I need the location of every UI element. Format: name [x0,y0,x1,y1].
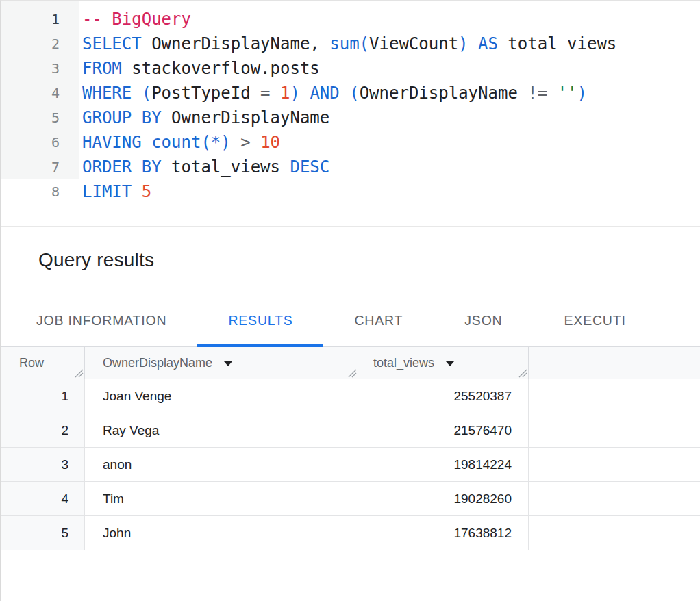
code-token-plain: PostTypeId [151,84,260,103]
code-token-bracket: ( [142,84,151,103]
code-token-keyword: * [211,133,221,152]
column-label: Row [19,356,44,370]
code-token-string: '' [558,84,577,103]
cell-owner-display-name: Joan Venge [85,379,358,413]
code-line[interactable]: 3 FROM stackoverflow.posts [1,56,700,81]
cell-filler [529,448,700,481]
code-token-plain [231,133,240,152]
code-text[interactable]: HAVING count(*) > 10 [60,133,280,152]
cell-filler [529,413,700,447]
column-resize-icon[interactable] [517,368,527,378]
column-header-filler [529,347,700,379]
code-line[interactable]: 4 WHERE (PostTypeId = 1) AND (OwnerDispl… [1,81,700,105]
column-label: total_views [373,356,434,370]
line-number: 6 [1,134,60,151]
cell-row-number: 4 [1,482,85,515]
code-token-plain [132,84,141,103]
tab-label: JOB INFORMATION [36,313,166,329]
code-token-plain: OwnerDisplayName, [142,34,330,53]
code-token-plain [340,84,349,103]
cell-filler [529,379,700,413]
code-token-plain [468,34,478,53]
column-header-ownerdisplayname[interactable]: OwnerDisplayName [85,347,358,379]
code-token-bracket: ) [577,84,587,103]
code-token-keyword: HAVING [82,133,142,152]
column-resize-icon[interactable] [347,368,357,378]
cell-row-number: 3 [1,448,85,481]
code-token-operator: = [260,84,280,103]
code-text[interactable]: LIMIT 5 [60,182,151,201]
code-token-number: 5 [142,182,151,201]
code-text[interactable]: WHERE (PostTypeId = 1) AND (OwnerDisplay… [60,84,587,103]
column-resize-icon[interactable] [73,368,84,378]
cell-total-views: 21576470 [358,413,529,447]
sql-code[interactable]: 1 -- BigQuery 2 SELECT OwnerDisplayName,… [1,1,700,204]
code-line[interactable]: 2 SELECT OwnerDisplayName, sum(ViewCount… [1,31,700,56]
code-text[interactable]: ORDER BY total_views DESC [60,157,329,177]
sort-dropdown-icon[interactable] [446,361,454,366]
code-line[interactable]: 7 ORDER BY total_views DESC [1,155,700,179]
cell-owner-display-name: Ray Vega [85,413,358,447]
code-token-number: 10 [260,133,280,152]
results-table-body: 1 Joan Venge 25520387 2 Ray Vega 2157647… [1,379,700,550]
sql-editor[interactable]: 1 -- BigQuery 2 SELECT OwnerDisplayName,… [1,1,700,227]
cell-total-views: 17638812 [358,516,529,550]
code-token-keyword: sum [329,34,359,53]
code-text[interactable]: -- BigQuery [60,10,191,29]
tab-label: JSON [464,313,502,329]
bottom-whitespace [1,550,700,598]
code-text[interactable]: GROUP BY OwnerDisplayName [60,108,329,127]
code-token-bracket: ) [221,133,230,152]
code-text[interactable]: SELECT OwnerDisplayName, sum(ViewCount) … [60,34,616,53]
code-token-plain [300,84,310,103]
line-number: 8 [1,183,60,200]
code-line[interactable]: 5 GROUP BY OwnerDisplayName [1,105,700,130]
code-token-keyword: SELECT [82,34,142,53]
table-row: 4 Tim 19028260 [1,482,700,516]
cell-total-views: 19814224 [358,448,529,481]
code-token-keyword: FROM [82,59,122,78]
column-header-total-views[interactable]: total_views [358,347,529,379]
code-token-bracket: ( [201,133,210,152]
bigquery-results-panel: 1 -- BigQuery 2 SELECT OwnerDisplayName,… [0,0,700,601]
page-title: Query results [38,249,154,271]
tab-chart[interactable]: CHART [323,294,434,346]
query-results-header: Query results [1,227,700,294]
table-row: 5 John 17638812 [1,516,700,550]
sort-dropdown-icon[interactable] [224,361,232,366]
code-line[interactable]: 6 HAVING count(*) > 10 [1,130,700,155]
cell-row-number: 2 [1,413,85,447]
code-token-keyword: ORDER BY [82,157,162,177]
tab-label: CHART [354,313,403,329]
code-token-plain: stackoverflow.posts [122,59,320,78]
cell-total-views: 25520387 [358,379,529,413]
line-number: 1 [1,11,60,27]
code-line[interactable]: 8 LIMIT 5 [1,179,700,204]
code-token-plain: ViewCount [369,34,458,53]
tab-label: EXECUTI [564,313,626,329]
cell-owner-display-name: John [85,516,358,550]
cell-row-number: 5 [1,516,85,550]
line-number: 3 [1,60,60,77]
code-token-operator: != [527,84,557,103]
tab-job-information[interactable]: JOB INFORMATION [5,294,197,346]
code-token-keyword: count [151,133,201,152]
cell-row-number: 1 [1,379,85,413]
column-header-row: Row [1,347,85,379]
line-number: 7 [1,159,60,175]
line-number: 4 [1,85,60,101]
cell-filler [529,482,700,515]
code-text[interactable]: FROM stackoverflow.posts [60,59,320,78]
code-token-plain: total_views [498,34,616,53]
cell-owner-display-name: Tim [85,482,358,515]
code-token-keyword: WHERE [82,84,132,103]
code-token-bracket: ) [290,84,299,103]
code-token-comment: -- BigQuery [82,10,191,29]
code-line[interactable]: 1 -- BigQuery [1,7,700,31]
tab-json[interactable]: JSON [434,294,533,346]
tab-results[interactable]: RESULTS [197,294,323,346]
code-token-plain: total_views [162,157,290,177]
code-token-plain [142,133,151,152]
tab-executi[interactable]: EXECUTI [534,294,657,346]
code-token-plain: OwnerDisplayName [360,84,528,103]
